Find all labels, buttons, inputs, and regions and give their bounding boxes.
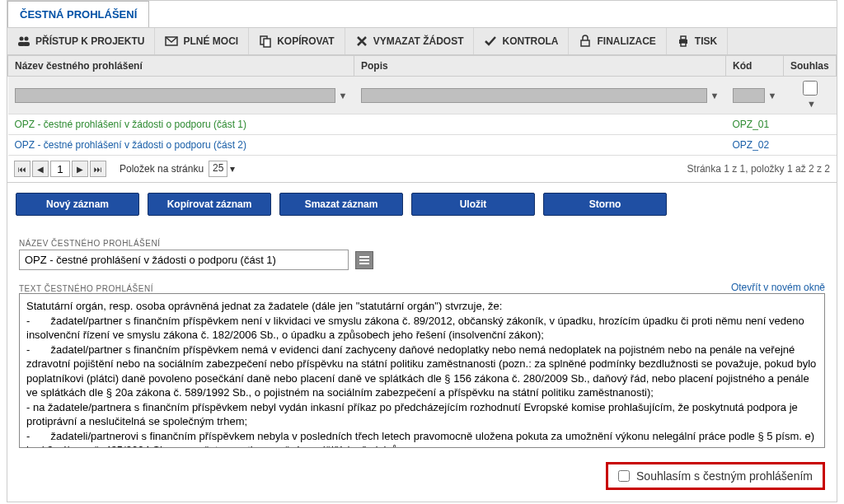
list-picker-button[interactable] <box>355 251 373 269</box>
table-row[interactable]: OPZ - čestné prohlášení v žádosti o podp… <box>8 114 837 135</box>
toolbar-label: KONTROLA <box>502 35 558 47</box>
svg-rect-7 <box>581 40 589 46</box>
envelope-icon <box>165 35 178 48</box>
open-new-window-link[interactable]: Otevřít v novém okně <box>731 282 825 293</box>
finalize-button[interactable]: FINALIZACE <box>569 28 666 54</box>
cell-name[interactable]: OPZ - čestné prohlášení v žádosti o podp… <box>8 135 354 156</box>
col-header-name[interactable]: Název čestného prohlášení <box>8 56 354 77</box>
pager-prev-button[interactable]: ◀ <box>32 161 49 177</box>
svg-point-0 <box>20 37 24 41</box>
declarations-table: Název čestného prohlášení Popis Kód Souh… <box>7 55 837 156</box>
check-button[interactable]: KONTROLA <box>474 28 569 54</box>
page-info: Stránka 1 z 1, položky 1 až 2 z 2 <box>687 163 830 175</box>
filter-name-input[interactable] <box>15 88 335 103</box>
powers-button[interactable]: PLNÉ MOCI <box>155 28 249 54</box>
main-toolbar: PŘÍSTUP K PROJEKTU PLNÉ MOCI KOPÍROVAT V… <box>7 27 837 55</box>
col-header-code[interactable]: Kód <box>726 56 784 77</box>
consent-checkbox[interactable] <box>618 470 630 482</box>
lock-icon <box>579 35 592 48</box>
consent-container[interactable]: Souhlasím s čestným prohlášením <box>606 462 825 490</box>
access-project-button[interactable]: PŘÍSTUP K PROJEKTU <box>7 28 155 54</box>
filter-consent-checkbox[interactable] <box>790 81 830 96</box>
svg-rect-9 <box>681 36 686 40</box>
pager-page-input[interactable] <box>50 161 70 177</box>
svg-rect-10 <box>681 43 686 46</box>
per-page-label: Položek na stránku <box>120 163 204 175</box>
chevron-down-icon[interactable]: ▾ <box>230 163 235 175</box>
print-button[interactable]: TISK <box>667 28 728 54</box>
toolbar-label: TISK <box>695 35 717 47</box>
cell-name[interactable]: OPZ - čestné prohlášení v žádosti o podp… <box>8 114 354 135</box>
cell-consent <box>784 135 837 156</box>
toolbar-label: VYMAZAT ŽÁDOST <box>373 35 464 47</box>
declaration-text-area[interactable] <box>19 293 825 448</box>
funnel-icon[interactable]: ▼ <box>339 91 348 100</box>
delete-request-button[interactable]: VYMAZAT ŽÁDOST <box>345 28 475 54</box>
cell-code: OPZ_01 <box>726 114 784 135</box>
page-title: ČESTNÁ PROHLÁŠENÍ <box>7 1 149 27</box>
svg-rect-6 <box>264 39 270 47</box>
text-field-label: TEXT ČESTNÉHO PROHLÁŠENÍ <box>19 284 153 293</box>
consent-label: Souhlasím s čestným prohlášením <box>636 469 813 483</box>
svg-point-1 <box>25 37 29 41</box>
x-icon <box>355 35 368 48</box>
check-icon <box>484 35 497 48</box>
toolbar-label: FINALIZACE <box>597 35 655 47</box>
pager-last-button[interactable]: ⏭ <box>90 161 106 177</box>
filter-desc-input[interactable] <box>361 88 707 103</box>
cancel-button[interactable]: Storno <box>543 193 667 216</box>
save-button[interactable]: Uložit <box>411 193 535 216</box>
funnel-icon[interactable]: ▼ <box>710 91 720 100</box>
pager-next-button[interactable]: ▶ <box>72 161 88 177</box>
col-header-consent[interactable]: Souhlas <box>784 56 837 77</box>
cell-desc <box>354 114 726 135</box>
declaration-name-input[interactable] <box>19 250 349 270</box>
cell-code: OPZ_02 <box>726 135 784 156</box>
funnel-icon[interactable]: ▼ <box>768 91 777 100</box>
toolbar-label: PŘÍSTUP K PROJEKTU <box>35 35 144 47</box>
funnel-icon[interactable]: ▼ <box>807 99 816 109</box>
toolbar-label: PLNÉ MOCI <box>183 35 238 47</box>
name-field-label: NÁZEV ČESTNÉHO PROHLÁŠENÍ <box>19 239 825 248</box>
svg-rect-3 <box>23 42 30 46</box>
copy-record-button[interactable]: Kopírovat záznam <box>148 193 271 216</box>
cell-desc <box>354 135 726 156</box>
people-icon <box>17 35 30 48</box>
table-row[interactable]: OPZ - čestné prohlášení v žádosti o podp… <box>8 135 837 156</box>
per-page-select[interactable]: 25 <box>209 161 227 177</box>
filter-code-input[interactable] <box>733 88 765 103</box>
copy-button[interactable]: KOPÍROVAT <box>249 28 345 54</box>
print-icon <box>677 35 690 48</box>
cell-consent <box>784 114 837 135</box>
pager: ⏮ ◀ ▶ ⏭ Položek na stránku 25 ▾ Stránka … <box>7 156 837 183</box>
toolbar-label: KOPÍROVAT <box>277 35 335 47</box>
delete-record-button[interactable]: Smazat záznam <box>279 193 403 216</box>
new-record-button[interactable]: Nový záznam <box>16 193 139 216</box>
col-header-desc[interactable]: Popis <box>354 56 726 77</box>
pager-first-button[interactable]: ⏮ <box>14 161 30 177</box>
copy-icon <box>259 35 272 48</box>
